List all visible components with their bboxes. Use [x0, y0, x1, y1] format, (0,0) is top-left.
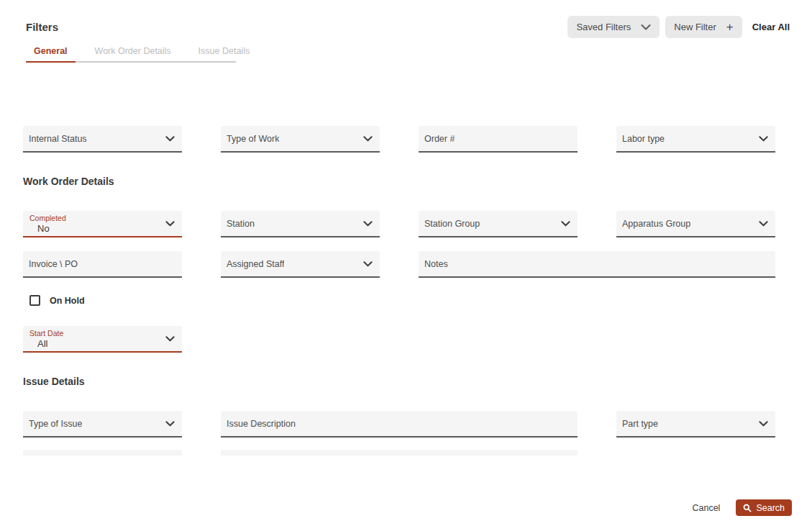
internal-status-label: Internal Status — [29, 134, 87, 144]
chevron-down-icon — [363, 221, 373, 227]
chevron-down-icon — [759, 136, 768, 142]
work-order-filter-row-1: Completed No Station Station Group Appar… — [23, 211, 775, 237]
filters-panel: Filters Saved Filters New Filter + Clear… — [0, 0, 812, 521]
on-hold-label: On Hold — [50, 296, 85, 306]
chevron-down-icon — [165, 421, 175, 427]
issue-description-input[interactable]: Issue Description — [221, 411, 578, 438]
order-number-placeholder: Order # — [424, 134, 455, 144]
apparatus-group-label: Apparatus Group — [622, 219, 690, 229]
tab-issue-details[interactable]: Issue Details — [191, 44, 258, 61]
part-type-label: Part type — [622, 419, 658, 429]
tab-general[interactable]: General — [26, 44, 76, 63]
chevron-down-icon — [759, 221, 768, 227]
on-hold-control[interactable]: On Hold — [29, 295, 85, 306]
new-filter-button[interactable]: New Filter + — [665, 16, 742, 38]
search-icon — [743, 504, 752, 512]
plus-icon: + — [726, 21, 734, 33]
chevron-down-icon — [759, 421, 768, 427]
top-actions: Saved Filters New Filter + Clear All — [567, 16, 790, 38]
type-of-issue-select[interactable]: Type of Issue — [23, 411, 182, 438]
new-filter-label: New Filter — [674, 22, 716, 32]
section-issue-details: Issue Details — [23, 376, 85, 387]
start-date-label: Start Date — [29, 329, 63, 337]
assigned-staff-select[interactable]: Assigned Staff — [221, 251, 380, 278]
chevron-down-icon — [641, 24, 651, 30]
chevron-down-icon — [363, 261, 373, 267]
invoice-po-input[interactable]: Invoice \ PO — [23, 251, 182, 278]
chevron-down-icon — [561, 221, 570, 227]
work-order-filter-row-2: Invoice \ PO Assigned Staff Notes — [23, 251, 775, 278]
completed-value: No — [37, 223, 50, 234]
on-hold-checkbox[interactable] — [29, 295, 40, 306]
invoice-po-placeholder: Invoice \ PO — [29, 259, 78, 269]
labor-type-label: Labor type — [622, 134, 665, 144]
completed-select[interactable]: Completed No — [23, 211, 182, 237]
labor-type-select[interactable]: Labor type — [616, 126, 775, 153]
footer-actions: Cancel Search — [692, 499, 792, 516]
work-order-filter-row-3: Start Date All — [23, 326, 775, 353]
general-filter-row: Internal Status Type of Work Order # Lab… — [23, 126, 775, 153]
completed-label: Completed — [29, 214, 66, 222]
assigned-staff-label: Assigned Staff — [227, 259, 284, 269]
saved-filters-label: Saved Filters — [576, 22, 631, 32]
cutoff-field[interactable] — [23, 450, 182, 456]
station-label: Station — [227, 219, 255, 229]
saved-filters-button[interactable]: Saved Filters — [567, 16, 660, 38]
chevron-down-icon — [363, 136, 373, 142]
part-type-select[interactable]: Part type — [616, 411, 775, 438]
cancel-button[interactable]: Cancel — [692, 503, 720, 513]
start-date-value: All — [37, 338, 47, 349]
issue-filter-row-cutoff — [23, 450, 775, 456]
section-work-order-details: Work Order Details — [23, 176, 114, 187]
type-of-work-label: Type of Work — [227, 134, 279, 144]
issue-description-placeholder: Issue Description — [227, 419, 296, 429]
tab-bar: General Work Order Details Issue Details — [26, 44, 236, 63]
start-date-select[interactable]: Start Date All — [23, 326, 182, 353]
type-of-issue-label: Type of Issue — [29, 419, 82, 429]
chevron-down-icon — [165, 336, 175, 342]
type-of-work-select[interactable]: Type of Work — [221, 126, 380, 153]
cutoff-field[interactable] — [221, 450, 578, 456]
search-button[interactable]: Search — [736, 499, 792, 516]
internal-status-select[interactable]: Internal Status — [23, 126, 182, 153]
notes-placeholder: Notes — [424, 259, 448, 269]
notes-input[interactable]: Notes — [419, 251, 775, 278]
issue-filter-row: Type of Issue Issue Description Part typ… — [23, 411, 775, 438]
clear-all-button[interactable]: Clear All — [752, 22, 790, 32]
station-group-select[interactable]: Station Group — [419, 211, 578, 237]
page-title: Filters — [26, 21, 58, 33]
tab-work-order-details[interactable]: Work Order Details — [87, 44, 179, 61]
search-label: Search — [756, 503, 785, 513]
chevron-down-icon — [165, 221, 175, 227]
apparatus-group-select[interactable]: Apparatus Group — [616, 211, 775, 237]
station-select[interactable]: Station — [221, 211, 380, 237]
chevron-down-icon — [165, 136, 175, 142]
order-number-input[interactable]: Order # — [419, 126, 578, 153]
station-group-label: Station Group — [424, 219, 480, 229]
